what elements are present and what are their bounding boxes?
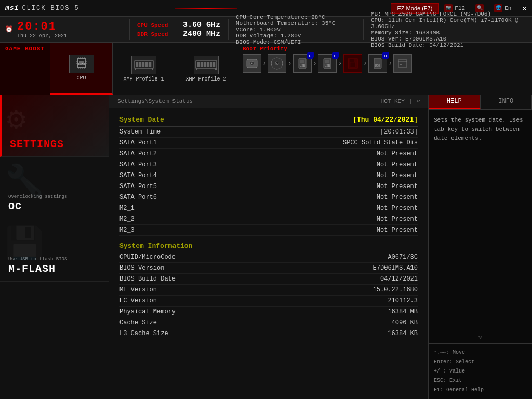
svg-rect-20 xyxy=(145,62,148,66)
info-tab[interactable]: INFO xyxy=(481,95,533,109)
boost-cpu-label: CPU xyxy=(77,75,86,81)
sys-section: MB: MPG Z590 GAMING FORCE (MS-7D06) CPU:… xyxy=(364,19,527,40)
svg-point-39 xyxy=(276,63,277,64)
storage-value: SPCC Solid State Dis xyxy=(343,139,418,147)
sysinfo-value: 15.0.22.1680 xyxy=(373,286,418,294)
sysinfo-value: 4096 KB xyxy=(392,319,418,326)
boot-priority-label: Boot Priority xyxy=(243,46,527,52)
cpu-temp-label: CPU Core Temperature: xyxy=(236,14,308,20)
speed-section: CPU Speed 3.60 GHz DDR Speed 2400 MHz xyxy=(130,19,229,40)
storage-row: SATA Port1SPCC Solid State Dis xyxy=(119,138,418,149)
mb-temp-label: Motherboard Temperature: xyxy=(236,20,318,26)
svg-rect-26 xyxy=(197,62,200,66)
mflash-bg-icon: 💾 xyxy=(5,224,44,263)
system-info-header: System Information xyxy=(119,242,418,250)
ddr-speed-value: 2400 MHz xyxy=(183,30,220,38)
content-header: Settings\System Status HOT KEY | ↩ xyxy=(109,95,428,108)
clock-date: Thu 22 Apr, 2021 xyxy=(17,33,67,39)
ddr-voltage-label: DDR Voltage: xyxy=(236,33,277,39)
boot-device-usb2[interactable]: USB U xyxy=(318,54,337,73)
svg-rect-33 xyxy=(215,68,217,70)
storage-value: Not Present xyxy=(377,161,418,168)
vcore-label: VCore: xyxy=(236,26,257,33)
svg-rect-19 xyxy=(142,62,144,66)
storage-label: M2_3 xyxy=(119,227,135,234)
sidebar-item-mflash[interactable]: 💾 Use USB to flash BIOS M-FLASH xyxy=(0,219,109,282)
breadcrumb: Settings\System Status xyxy=(117,98,193,104)
svg-rect-28 xyxy=(204,62,206,66)
storage-rows: SATA Port1SPCC Solid State DisSATA Port2… xyxy=(119,138,418,236)
help-tabs: HELP INFO xyxy=(429,95,532,110)
storage-row: SATA Port6Not Present xyxy=(119,192,418,203)
svg-rect-32 xyxy=(196,68,197,70)
boot-device-usb1[interactable]: USB U xyxy=(293,54,312,73)
storage-row: M2_1Not Present xyxy=(119,203,418,214)
storage-value: Not Present xyxy=(377,216,418,223)
xmp2-icon xyxy=(194,56,219,74)
storage-label: SATA Port5 xyxy=(119,183,157,190)
sidebar-item-settings[interactable]: ⚙ SETTINGS xyxy=(0,95,109,157)
cpu-temp-value: 28°C xyxy=(311,14,325,20)
temps-section: CPU Core Temperature: 28°C Motherboard T… xyxy=(229,19,364,40)
clock-icon: ⏰ xyxy=(5,25,13,33)
boot-device-cd[interactable] xyxy=(268,54,286,73)
storage-label: SATA Port2 xyxy=(119,150,157,157)
content-scroll[interactable]: System Date [Thu 04/22/2021] System Time… xyxy=(109,108,428,399)
boot-device-network[interactable] xyxy=(393,54,412,73)
sidebar-item-oc[interactable]: 🔧 Overclocking settings OC xyxy=(0,157,109,219)
sysinfo-row: ME Version15.0.22.1680 xyxy=(119,285,418,296)
storage-value: Not Present xyxy=(377,150,418,157)
sidebar-settings-title: SETTINGS xyxy=(10,138,100,150)
svg-rect-18 xyxy=(139,62,141,66)
sysinfo-value: A0671/3C xyxy=(388,254,418,261)
hotkey-area: HOT KEY | ↩ xyxy=(381,98,420,104)
help-content: Sets the system date. Uses tab key to sw… xyxy=(429,110,532,327)
svg-rect-21 xyxy=(149,62,151,66)
help-key-item: ESC: Exit xyxy=(434,376,527,385)
svg-rect-30 xyxy=(210,62,212,66)
boost-xmp2-button[interactable]: XMP Profile 2 xyxy=(175,43,237,95)
sidebar-oc-title: OC xyxy=(8,201,100,212)
boost-cpu-button[interactable]: CPU CPU xyxy=(50,43,113,95)
system-time-row[interactable]: System Time [20:01:33] xyxy=(119,127,418,138)
cpu-label: CPU: xyxy=(371,17,384,23)
sysinfo-value: 04/12/2021 xyxy=(380,275,418,283)
memory-size-value: 16384MB xyxy=(416,30,440,36)
storage-label: SATA Port1 xyxy=(119,139,157,147)
storage-value: Not Present xyxy=(377,227,418,234)
help-keys: ↑↓→←: MoveEnter: Select+/-: ValueESC: Ex… xyxy=(429,343,532,399)
storage-label: M2_2 xyxy=(119,216,135,223)
boot-arrow-5: › xyxy=(363,59,367,68)
system-date-label: System Date xyxy=(119,116,164,124)
svg-rect-31 xyxy=(213,62,215,66)
boot-device-hdd[interactable] xyxy=(243,54,261,73)
svg-rect-25 xyxy=(197,62,216,67)
cpu-speed-label: CPU Speed xyxy=(137,22,179,29)
memory-size-label: Memory Size: xyxy=(371,30,412,36)
sysinfo-row: BIOS Build Date04/12/2021 xyxy=(119,274,418,285)
sysinfo-label: EC Version xyxy=(119,297,157,304)
close-button[interactable]: ✕ xyxy=(522,3,527,14)
bios-title: CLICK BIOS 5 xyxy=(22,5,165,12)
help-key-item: ↑↓→←: Move xyxy=(434,348,527,357)
svg-rect-23 xyxy=(152,68,153,70)
storage-row: M2_2Not Present xyxy=(119,214,418,225)
svg-text:USB: USB xyxy=(299,64,305,68)
boot-arrow-6: › xyxy=(388,59,392,68)
svg-rect-48 xyxy=(350,62,355,67)
boot-device-floppy[interactable] xyxy=(343,54,362,73)
ddr-speed-label: DDR Speed xyxy=(137,31,179,37)
sysinfo-label: ME Version xyxy=(119,286,157,294)
svg-rect-27 xyxy=(201,62,203,66)
sysinfo-value: 16384 MB xyxy=(388,308,418,315)
boot-device-usb3[interactable]: USB U xyxy=(368,54,387,73)
hotkey-label: HOT KEY xyxy=(381,98,405,104)
storage-value: Not Present xyxy=(377,205,418,212)
help-tab[interactable]: HELP xyxy=(429,95,481,109)
sysinfo-row: Cache Size4096 KB xyxy=(119,317,418,328)
back-icon[interactable]: ↩ xyxy=(416,98,420,104)
boot-devices: › › USB U › USB U › › xyxy=(243,54,527,73)
boost-xmp1-button[interactable]: XMP Profile 1 xyxy=(113,43,175,95)
system-date-row[interactable]: System Date [Thu 04/22/2021] xyxy=(119,113,418,127)
boot-arrow-3: › xyxy=(313,59,317,68)
